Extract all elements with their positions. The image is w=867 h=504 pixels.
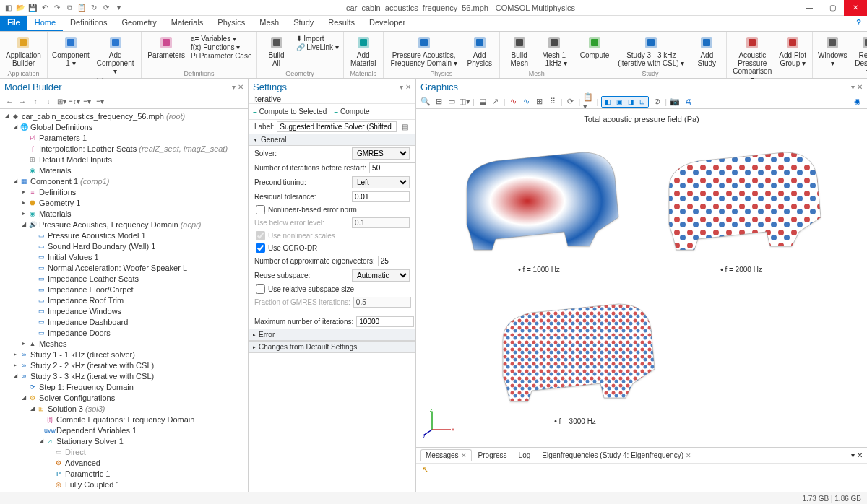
- section-general[interactable]: ▼General: [249, 134, 415, 146]
- tab-progress[interactable]: Progress: [473, 449, 512, 461]
- tree-item[interactable]: ◎Fully Coupled 1: [0, 479, 248, 490]
- points-icon[interactable]: ⠿: [548, 97, 558, 107]
- approxeig-input[interactable]: [378, 256, 415, 266]
- ribbon-build[interactable]: Build Mesh: [504, 33, 535, 69]
- ribbon-add-plot[interactable]: Add Plot Group ▾: [777, 33, 808, 69]
- tree-item[interactable]: ▸≡Definitions: [0, 186, 248, 197]
- tree-item[interactable]: ▸∞Study 2 - 2 kHz (iterative with CSL): [0, 360, 248, 370]
- menu-definitions[interactable]: Definitions: [63, 16, 114, 31]
- tree-item[interactable]: ∫Interpolation: Leather Seats (realZ_sea…: [0, 143, 248, 154]
- ribbon-add[interactable]: Add Component ▾: [94, 33, 137, 77]
- tree-item[interactable]: ▸⬣Geometry 1: [0, 197, 248, 208]
- ribbon-small-item[interactable]: f(x) Functions ▾: [191, 43, 251, 51]
- ribbon-small-item[interactable]: Pi Parameter Case: [191, 52, 251, 60]
- ribbon-add[interactable]: Add Physics: [465, 33, 495, 69]
- save-icon[interactable]: 💾: [27, 3, 38, 13]
- menu-developer[interactable]: Developer: [362, 16, 413, 31]
- selection-mode[interactable]: ◧▣◨⊡: [601, 96, 649, 108]
- tree-item[interactable]: ◢◆car_cabin_acoustics_frequency_56.mph (…: [0, 110, 248, 121]
- view-xz-icon[interactable]: ↗: [491, 97, 501, 107]
- rotate-icon[interactable]: ⟳: [566, 97, 576, 107]
- zoom-in-icon[interactable]: 🔍: [420, 97, 431, 107]
- section-changes[interactable]: ▸Changes from Default Settings: [249, 341, 415, 353]
- tree-item[interactable]: ⟳Step 1: Frequency Domain: [0, 381, 248, 392]
- more-icon[interactable]: ≡▾: [95, 97, 105, 107]
- camera-icon[interactable]: 📷: [670, 97, 680, 107]
- fwd-icon[interactable]: →: [17, 97, 27, 107]
- ribbon-parameters[interactable]: Parameters: [146, 33, 186, 61]
- maximize-button[interactable]: ▢: [821, 0, 844, 16]
- ribbon-pressure-acoustics-[interactable]: Pressure Acoustics, Frequency Domain ▾: [388, 33, 460, 69]
- graphics-canvas[interactable]: Total acoustic pressure field (Pa) • f =…: [416, 109, 867, 447]
- menu-file[interactable]: File: [0, 16, 27, 31]
- help-icon[interactable]: ?: [850, 16, 867, 31]
- tab-log[interactable]: Log: [514, 449, 536, 461]
- panel-controls[interactable]: ▾ ✕: [851, 451, 863, 459]
- zoom-rect-icon[interactable]: ◫▾: [460, 97, 470, 107]
- tree-item[interactable]: ▭Impedance Dashboard: [0, 316, 248, 327]
- tree-item[interactable]: PParametric 1: [0, 468, 248, 479]
- tree-item[interactable]: ◉Materials: [0, 165, 248, 175]
- ribbon-add[interactable]: Add Study: [691, 33, 722, 69]
- expand-icon[interactable]: ⊞▾: [56, 97, 66, 107]
- menu-results[interactable]: Results: [321, 16, 362, 31]
- print-icon[interactable]: 🖨: [683, 97, 693, 107]
- ribbon-small-item[interactable]: ⬇ Import: [296, 35, 339, 43]
- solver-select[interactable]: GMRES: [352, 147, 410, 160]
- tree-item[interactable]: ▸◉Materials: [0, 208, 248, 219]
- plot-icon[interactable]: ∿: [509, 97, 519, 107]
- menu-physics[interactable]: Physics: [210, 16, 252, 31]
- info-icon[interactable]: ◉: [853, 97, 863, 107]
- view-xy-icon[interactable]: ⬓: [478, 97, 488, 107]
- tree-item[interactable]: ▭Pressure Acoustics Model 1: [0, 230, 248, 240]
- restol-input[interactable]: [352, 191, 410, 202]
- maxiter-input[interactable]: [356, 316, 414, 327]
- zoom-box-icon[interactable]: ▭: [447, 97, 457, 107]
- tree-item[interactable]: ◢▦Component 1 (comp1): [0, 175, 248, 186]
- lock-icon[interactable]: ⊘: [652, 97, 662, 107]
- tree-item[interactable]: PiParameters 1: [0, 132, 248, 143]
- compute[interactable]: =Compute: [334, 108, 369, 116]
- tree-item[interactable]: ▭Impedance Floor/Carpet: [0, 284, 248, 295]
- menu-mesh[interactable]: Mesh: [252, 16, 286, 31]
- tab-eigenfrequencies[interactable]: Eigenfrequencies (Study 4: Eigenfrequenc…: [537, 449, 696, 461]
- panel-controls[interactable]: ▾ ✕: [851, 83, 863, 91]
- ribbon-application[interactable]: Application Builder: [4, 33, 43, 69]
- tree-item[interactable]: uvwDependent Variables 1: [0, 425, 248, 435]
- tree-item[interactable]: ▸▲Meshes: [0, 338, 248, 349]
- nonlinear-check[interactable]: Nonlinear-based error norm: [249, 204, 415, 216]
- reuse-select[interactable]: Automatic: [352, 269, 410, 282]
- panel-controls[interactable]: ▾ ✕: [400, 83, 411, 91]
- back-icon[interactable]: ←: [4, 97, 14, 107]
- close-button[interactable]: ✕: [844, 0, 867, 16]
- tree-item[interactable]: ◢🔊Pressure Acoustics, Frequency Domain (…: [0, 219, 248, 230]
- precond-select[interactable]: Left: [352, 176, 410, 188]
- refresh-icon[interactable]: ↻: [89, 3, 99, 13]
- tree-item[interactable]: ▭Direct: [0, 446, 248, 457]
- up-icon[interactable]: ↑: [30, 97, 40, 107]
- tree-item[interactable]: ◢⚙Solver Configurations: [0, 392, 248, 403]
- model-tree[interactable]: ◢◆car_cabin_acoustics_frequency_56.mph (…: [0, 109, 248, 492]
- tree-item[interactable]: ▭Suggested Direct Solver (acpr): [0, 490, 248, 492]
- menu-home[interactable]: Home: [27, 16, 63, 31]
- tab-messages[interactable]: Messages✕: [420, 449, 472, 461]
- down-icon[interactable]: ↓: [43, 97, 53, 107]
- ribbon-study-3-3-khz[interactable]: Study 3 - 3 kHz (iterative with CSL) ▾: [615, 33, 687, 69]
- collapse-icon[interactable]: ≡↕▾: [69, 97, 79, 107]
- menu-study[interactable]: Study: [286, 16, 321, 31]
- panel-controls[interactable]: ▾ ✕: [232, 83, 243, 91]
- ribbon-windows[interactable]: Windows ▾: [817, 33, 847, 69]
- iter-input[interactable]: [369, 162, 415, 173]
- tree-item[interactable]: ▭Normal Acceleration: Woofer Speaker L: [0, 262, 248, 273]
- plot2-icon[interactable]: ∿: [522, 97, 532, 107]
- open-icon[interactable]: 📂: [15, 3, 25, 13]
- ribbon-component[interactable]: Component 1 ▾: [52, 33, 90, 69]
- minimize-button[interactable]: —: [798, 0, 821, 16]
- tree-item[interactable]: ▸∞Study 1 - 1 kHz (direct solver): [0, 349, 248, 360]
- tree-item[interactable]: ▭Initial Values 1: [0, 251, 248, 262]
- sync-icon[interactable]: ⟳: [101, 3, 111, 13]
- menu-geometry[interactable]: Geometry: [114, 16, 163, 31]
- tree-item[interactable]: ◢⊞Solution 3 (sol3): [0, 403, 248, 414]
- ribbon-mesh-1[interactable]: Mesh 1 - 1kHz ▾: [539, 33, 569, 69]
- userel-check[interactable]: Use relative subspace size: [249, 283, 415, 295]
